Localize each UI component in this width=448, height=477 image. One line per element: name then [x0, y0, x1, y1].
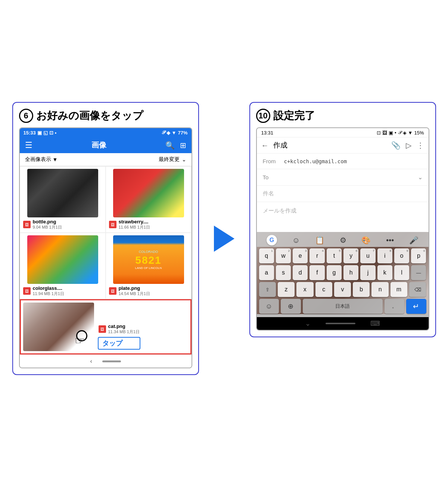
wifi-r: ▼ [408, 130, 413, 136]
plate-land: LAND OF LINCOLN [135, 266, 162, 270]
key-g[interactable]: g [327, 265, 342, 280]
key-y[interactable]: 6y [343, 248, 358, 263]
send-icon[interactable]: ▷ [406, 141, 411, 150]
keyboard-overlay: G ☺ 📋 ⚙ 🎨 ••• 🎤 1q 2w 3 [257, 232, 429, 317]
tap-badge[interactable]: タップ [98, 337, 140, 350]
keyboard-area: G ☺ 📋 ⚙ 🎨 ••• 🎤 1q 2w 3 [257, 232, 429, 317]
back-chevron[interactable]: ‹ [90, 358, 92, 365]
attachment-icon[interactable]: 📎 [391, 141, 401, 150]
key-dash[interactable]: — [411, 265, 426, 280]
key-z[interactable]: z [278, 282, 295, 297]
img-colorglass [27, 235, 98, 284]
from-value: c+kcloch.u@gmail.com [284, 158, 423, 164]
clipboard-icon[interactable]: 📋 [315, 236, 324, 245]
key-o[interactable]: 9o [394, 248, 409, 263]
key-space[interactable]: 日本語 [303, 299, 383, 314]
key-l[interactable]: l [394, 265, 409, 280]
grid-cell-strawberry[interactable]: 🖼 strawberry.... 11.66 MB 1月1日 [106, 166, 192, 233]
time-right: 13:31 [261, 130, 274, 136]
key-v[interactable]: v [334, 282, 351, 297]
filter-sort: 最終変更 [159, 156, 180, 163]
from-field: From c+kcloch.u@gmail.com [257, 154, 429, 169]
bat-icon-r1: ⊡ [377, 130, 381, 136]
key-a[interactable]: a [259, 265, 274, 280]
cat-label-row: 🖼 cat.png 11.34 MB 1月1日 [98, 322, 140, 335]
more-icon[interactable]: ⋮ [417, 141, 424, 150]
key-b[interactable]: b [353, 282, 370, 297]
key-t[interactable]: 5t [327, 248, 342, 263]
bottle-info: bottle.png 9.04 MB 1月1日 [33, 219, 62, 230]
grid-cell-cat[interactable]: ☞ 🖼 cat.png 11.34 MB 1月1日 タップ [20, 299, 192, 354]
key-x[interactable]: x [296, 282, 313, 297]
colorglass-meta: 11.94 MB 1月1日 [33, 291, 64, 297]
cat-name: cat.png [108, 323, 140, 329]
status-bar-right: 13:31 ⊡ 🖼 ▣ • 𝒫 ◈ ▼ 15% [257, 128, 429, 137]
colorglass-label-row: 🖼 colorglass.... 11.94 MB 1月1日 [22, 284, 103, 297]
key-shift[interactable]: ⇧ [259, 282, 276, 297]
filter-left[interactable]: 全画像表示 ▼ [25, 156, 58, 163]
emoji-tool-icon[interactable]: ☺ [292, 236, 300, 245]
search-icon[interactable]: 🔍 [165, 141, 175, 150]
key-c[interactable]: c [315, 282, 332, 297]
key-enter[interactable]: ↵ [406, 299, 426, 314]
grid-cell-plate[interactable]: COLORADO 5821 LAND OF LINCOLN 🖼 plate.pn… [106, 233, 192, 299]
plate-file-icon: 🖼 [109, 287, 116, 295]
body-placeholder-text: メールを作成 [263, 207, 296, 214]
to-chevron-icon[interactable]: ⌄ [418, 174, 423, 181]
key-r[interactable]: 4r [309, 248, 324, 263]
filter-bar: 全画像表示 ▼ 最終変更 ⌄ [20, 153, 192, 166]
key-period[interactable]: 。 [385, 299, 405, 314]
subject-field[interactable]: 件名 [257, 186, 429, 202]
pointer-hand-icon: ☞ [75, 334, 85, 347]
key-u[interactable]: 7u [360, 248, 375, 263]
hamburger-icon[interactable]: ☰ [25, 140, 32, 150]
left-panel: 6 お好みの画像をタップ 15:33 ▣ ◱ ⊡ • 𝒫 ◈ ▼ 77% [12, 102, 199, 375]
key-q[interactable]: 1q [259, 248, 274, 263]
key-f[interactable]: f [309, 265, 324, 280]
key-s[interactable]: s [276, 265, 291, 280]
paint-icon[interactable]: 🎨 [361, 236, 371, 245]
sort-dropdown-icon: ⌄ [182, 157, 186, 162]
key-p[interactable]: 0p [411, 248, 426, 263]
img-strawberry [113, 169, 184, 217]
cat-label-area: 🖼 cat.png 11.34 MB 1月1日 タップ [98, 322, 140, 351]
nav-pill-right [326, 323, 355, 324]
step-circle-6: 6 [19, 109, 33, 123]
to-field[interactable]: To ⌄ [257, 169, 429, 186]
key-h[interactable]: h [343, 265, 358, 280]
key-w[interactable]: 2w [276, 248, 291, 263]
email-body[interactable]: メールを作成 [257, 202, 429, 232]
img-bottle [27, 169, 98, 217]
kb-row-1: 1q 2w 3e 4r 5t 6y 7u 8i 9o 0p [259, 248, 426, 263]
key-m[interactable]: m [391, 282, 407, 297]
filter-right[interactable]: 最終変更 ⌄ [159, 156, 186, 163]
left-title-text: お好みの画像をタップ [36, 109, 143, 123]
key-d[interactable]: d [293, 265, 308, 280]
settings-tool-icon[interactable]: ⚙ [340, 236, 346, 245]
right-panel-title: 10 設定完了 [256, 109, 429, 123]
grid-cell-colorglass[interactable]: 🖼 colorglass.... 11.94 MB 1月1日 [20, 233, 106, 299]
phone-bottom-left: ‹ [20, 354, 192, 368]
nav-keyboard-icon[interactable]: ⌨ [370, 319, 380, 328]
key-globe[interactable]: ⊕ [281, 299, 301, 314]
key-n[interactable]: n [371, 282, 388, 297]
status-bar-left: 15:33 ▣ ◱ ⊡ • 𝒫 ◈ ▼ 77% [20, 128, 192, 137]
grid-icon[interactable]: ⊞ [180, 141, 186, 150]
back-arrow-icon[interactable]: ← [261, 141, 269, 150]
nfc-r: 𝒫 [398, 130, 401, 136]
google-icon[interactable]: G [267, 235, 277, 245]
key-e[interactable]: 3e [293, 248, 308, 263]
plate-name: plate.png [119, 285, 150, 291]
key-k[interactable]: k [377, 265, 392, 280]
key-backspace[interactable]: ⌫ [409, 282, 426, 297]
nav-down-icon[interactable]: ⌄ [305, 319, 311, 328]
vibrate-icon: ◈ [167, 130, 170, 136]
mic-icon[interactable]: 🎤 [409, 236, 419, 245]
key-i[interactable]: 8i [377, 248, 392, 263]
dots-icon[interactable]: ••• [386, 236, 394, 245]
grid-cell-bottle[interactable]: 🖼 bottle.png 9.04 MB 1月1日 [20, 166, 106, 233]
keyboard-toolbar: G ☺ 📋 ⚙ 🎨 ••• 🎤 [257, 232, 429, 247]
strawberry-name: strawberry.... [119, 219, 150, 224]
key-j[interactable]: j [360, 265, 375, 280]
key-emoji[interactable]: ☺ [259, 299, 279, 314]
